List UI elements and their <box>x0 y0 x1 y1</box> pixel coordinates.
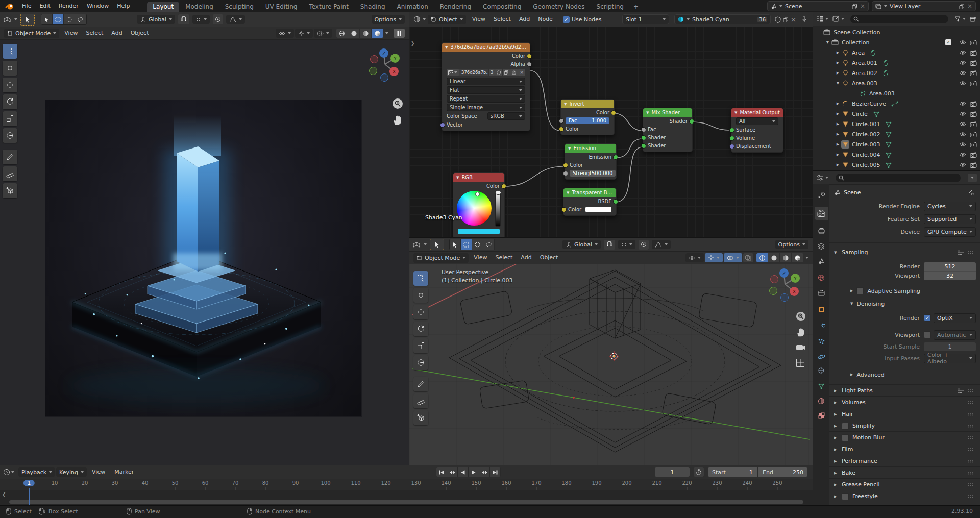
input-socket[interactable] <box>563 163 568 168</box>
outliner-search-input[interactable] <box>850 15 948 23</box>
menu-item[interactable]: Select <box>491 252 517 264</box>
play-button[interactable] <box>469 467 479 477</box>
node-transparent-bsdf[interactable]: ▼Transparent BSDF BSDF Color <box>563 188 617 216</box>
drag-dots-icon[interactable] <box>968 251 975 254</box>
node-editor-canvas[interactable]: ❯ <box>409 27 813 237</box>
zoom-icon[interactable] <box>796 311 806 322</box>
outliner-row[interactable]: ▶Area.002 <box>813 68 980 78</box>
expander-icon[interactable]: ▶ <box>835 153 841 157</box>
input-socket[interactable] <box>729 136 734 141</box>
render-visibility-camera-icon[interactable] <box>970 142 977 147</box>
hide-eye-icon[interactable] <box>959 152 966 157</box>
workspace-tab[interactable]: Geometry Nodes <box>527 2 590 12</box>
output-socket[interactable] <box>613 199 618 204</box>
select-mode-circle[interactable] <box>472 239 483 250</box>
breadcrumb-label[interactable]: Scene <box>844 189 861 196</box>
proportional-editing-icon[interactable] <box>639 240 649 250</box>
panel-film[interactable]: ▶Film <box>829 443 980 455</box>
xray-toggle-icon[interactable] <box>743 253 753 262</box>
menu-item[interactable]: Window <box>83 0 113 12</box>
add-workspace-button[interactable]: + <box>630 2 642 12</box>
panel-sampling[interactable]: ▼Sampling <box>829 246 980 258</box>
tool-move-button[interactable] <box>3 78 17 92</box>
workspace-tab[interactable]: Texture Paint <box>303 2 354 12</box>
outliner-row[interactable]: ▶Circle <box>813 109 980 119</box>
menu-item[interactable]: Object <box>536 252 562 264</box>
panel-grease-pencil[interactable]: ▶Grease Pencil <box>829 478 980 490</box>
pause-preview-button[interactable] <box>394 29 405 38</box>
workspace-tab[interactable]: Rendering <box>434 2 477 12</box>
menu-item[interactable]: Select <box>489 13 515 26</box>
proportional-falloff-dropdown[interactable] <box>652 240 671 249</box>
workspace-tab[interactable]: Modeling <box>180 2 219 12</box>
current-frame-field[interactable]: 1 <box>655 467 690 477</box>
menu-item[interactable]: Help <box>113 0 134 12</box>
properties-tab-render[interactable] <box>815 207 828 220</box>
pin-icon[interactable] <box>801 16 807 23</box>
outliner-item-label[interactable]: Area <box>852 50 865 56</box>
input-socket[interactable] <box>729 144 734 149</box>
outliner-row[interactable]: ▶BezierCurve <box>813 98 980 109</box>
object-visibility-dropdown[interactable] <box>276 29 294 38</box>
drag-dots-icon[interactable] <box>968 389 975 392</box>
timeline-track-area[interactable]: ❮ <box>0 490 813 505</box>
fake-user-shield-icon[interactable] <box>775 16 781 23</box>
tool-cursor-button[interactable] <box>3 61 17 76</box>
tool-add-cube-button[interactable] <box>3 183 17 198</box>
preset-list-icon[interactable] <box>958 388 964 393</box>
material-selector[interactable]: Shade3 Cyan 36 <box>674 14 771 24</box>
render-visibility-camera-icon[interactable] <box>970 162 977 168</box>
workspace-tab[interactable]: Compositing <box>477 2 527 12</box>
expander-icon[interactable]: ▶ <box>835 122 841 126</box>
channel-expand-arrow[interactable]: ❮ <box>2 492 6 497</box>
snap-target-dropdown[interactable] <box>618 240 635 249</box>
render-visibility-camera-icon[interactable] <box>970 132 977 137</box>
color-swatch[interactable] <box>458 229 500 234</box>
expander-icon[interactable]: ▶ <box>835 163 841 167</box>
select-mode-box[interactable] <box>53 14 64 24</box>
menu-item[interactable]: Render <box>55 0 83 12</box>
tool-transform-button[interactable] <box>3 128 17 143</box>
tool-scale-button[interactable] <box>413 338 428 353</box>
snap-toggle-magnet-icon[interactable] <box>178 14 189 24</box>
hide-eye-icon[interactable] <box>959 142 966 147</box>
expander-icon[interactable]: ▶ <box>835 71 841 75</box>
view-layer-selector[interactable]: View Layer × <box>872 1 976 11</box>
playback-dropdown[interactable]: Playback <box>18 467 55 477</box>
hide-eye-icon[interactable] <box>959 70 966 76</box>
current-frame-badge[interactable]: 1 <box>23 480 35 486</box>
subpanel-advanced[interactable]: ▶Advanced <box>844 370 976 379</box>
tool-rotate-button[interactable] <box>3 94 17 109</box>
hide-eye-icon[interactable] <box>959 81 966 86</box>
outliner-item-label[interactable]: Area.003 <box>852 80 877 87</box>
outliner-item-label[interactable]: Scene Collection <box>834 29 880 36</box>
property-dropdown[interactable]: Supported <box>924 214 976 224</box>
panel-volumes[interactable]: ▶Volumes <box>829 396 980 408</box>
value-slider-cursor[interactable] <box>495 190 501 195</box>
collection-checkbox[interactable]: ✓ <box>945 39 951 45</box>
input-passes-dropdown[interactable]: Color + Albedo <box>924 354 976 363</box>
overlays-dropdown[interactable] <box>314 29 332 38</box>
node-emission[interactable]: ▼Emission Emission Color Strengt500.000 <box>565 143 617 180</box>
output-socket[interactable] <box>689 119 694 124</box>
timeline-ruler[interactable]: 1 10203040506070809010011012013014015016… <box>0 479 813 490</box>
adaptive-sampling-checkbox[interactable] <box>856 287 864 294</box>
copy-icon[interactable] <box>503 69 510 76</box>
tool-select-box-button[interactable] <box>3 44 17 59</box>
properties-tab-physics[interactable] <box>815 350 828 363</box>
properties-tab-world[interactable] <box>815 271 828 284</box>
menu-item[interactable]: Add <box>517 252 535 264</box>
tool-annotate-button[interactable] <box>3 150 17 164</box>
color-swatch[interactable] <box>585 207 611 212</box>
shade-wire-icon[interactable] <box>756 253 768 262</box>
menu-item[interactable]: File <box>18 0 35 12</box>
denoise-viewport-checkbox[interactable] <box>924 331 931 338</box>
properties-tab-view-layer[interactable] <box>815 239 828 253</box>
outliner-row[interactable]: ▶Area.001 <box>813 58 980 68</box>
expander-icon[interactable]: ▶ <box>835 112 841 116</box>
pan-hand-icon[interactable] <box>392 114 403 126</box>
menu-item[interactable]: Node <box>534 13 557 26</box>
panel-freestyle[interactable]: ▶Freestyle <box>829 490 980 502</box>
shader-type-dropdown[interactable]: Object <box>428 15 466 24</box>
drag-dots-icon[interactable] <box>968 436 975 439</box>
